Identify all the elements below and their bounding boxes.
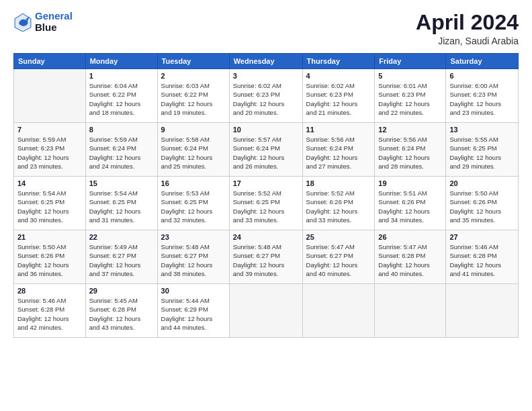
day-cell: 29Sunrise: 5:45 AM Sunset: 6:28 PM Dayli…	[85, 284, 157, 338]
day-cell: 25Sunrise: 5:47 AM Sunset: 6:27 PM Dayli…	[302, 230, 375, 284]
day-cell: 22Sunrise: 5:49 AM Sunset: 6:27 PM Dayli…	[85, 230, 157, 284]
day-cell: 11Sunrise: 5:56 AM Sunset: 6:24 PM Dayli…	[302, 123, 375, 177]
day-info: Sunrise: 5:50 AM Sunset: 6:26 PM Dayligh…	[17, 242, 82, 278]
day-cell: 13Sunrise: 5:55 AM Sunset: 6:25 PM Dayli…	[446, 123, 519, 177]
day-cell: 24Sunrise: 5:48 AM Sunset: 6:27 PM Dayli…	[229, 230, 302, 284]
day-number: 18	[306, 179, 371, 187]
day-info: Sunrise: 6:01 AM Sunset: 6:23 PM Dayligh…	[378, 81, 442, 117]
col-wednesday: Wednesday	[229, 54, 302, 69]
day-info: Sunrise: 5:47 AM Sunset: 6:28 PM Dayligh…	[378, 242, 442, 278]
day-number: 17	[233, 179, 299, 187]
day-cell: 28Sunrise: 5:46 AM Sunset: 6:28 PM Dayli…	[14, 284, 86, 338]
day-number: 13	[449, 126, 515, 134]
day-cell: 19Sunrise: 5:51 AM Sunset: 6:26 PM Dayli…	[375, 177, 446, 230]
day-info: Sunrise: 5:47 AM Sunset: 6:27 PM Dayligh…	[306, 242, 371, 278]
day-cell: 8Sunrise: 5:59 AM Sunset: 6:24 PM Daylig…	[85, 123, 157, 177]
day-cell: 7Sunrise: 5:59 AM Sunset: 6:23 PM Daylig…	[14, 123, 86, 177]
day-cell	[302, 284, 375, 338]
day-cell	[229, 284, 302, 338]
calendar-body: 1Sunrise: 6:04 AM Sunset: 6:22 PM Daylig…	[14, 69, 519, 338]
day-number: 25	[306, 233, 371, 241]
day-info: Sunrise: 6:00 AM Sunset: 6:23 PM Dayligh…	[449, 81, 515, 117]
day-cell: 3Sunrise: 6:02 AM Sunset: 6:23 PM Daylig…	[229, 69, 302, 123]
logo-line1: General	[35, 10, 73, 21]
logo-text: General Blue	[35, 11, 73, 33]
day-number: 20	[449, 179, 515, 187]
day-cell: 14Sunrise: 5:54 AM Sunset: 6:25 PM Dayli…	[14, 177, 86, 230]
day-info: Sunrise: 5:52 AM Sunset: 6:26 PM Dayligh…	[306, 189, 371, 224]
day-number: 6	[449, 72, 515, 80]
day-info: Sunrise: 5:53 AM Sunset: 6:25 PM Dayligh…	[161, 189, 226, 224]
day-number: 21	[17, 233, 82, 241]
day-number: 11	[306, 126, 371, 134]
day-cell: 20Sunrise: 5:50 AM Sunset: 6:26 PM Dayli…	[446, 177, 519, 230]
title-block: April 2024 Jizan, Saudi Arabia	[416, 11, 519, 46]
day-cell: 9Sunrise: 5:58 AM Sunset: 6:24 PM Daylig…	[157, 123, 229, 177]
day-info: Sunrise: 5:58 AM Sunset: 6:24 PM Dayligh…	[161, 135, 226, 171]
day-number: 3	[233, 72, 299, 80]
day-info: Sunrise: 5:56 AM Sunset: 6:24 PM Dayligh…	[306, 135, 371, 171]
day-number: 16	[161, 179, 226, 187]
day-cell: 5Sunrise: 6:01 AM Sunset: 6:23 PM Daylig…	[375, 69, 446, 123]
col-sunday: Sunday	[14, 54, 86, 69]
day-info: Sunrise: 5:56 AM Sunset: 6:24 PM Dayligh…	[378, 135, 442, 171]
day-cell	[14, 69, 86, 123]
day-cell: 4Sunrise: 6:02 AM Sunset: 6:23 PM Daylig…	[302, 69, 375, 123]
page: General Blue April 2024 Jizan, Saudi Ara…	[0, 0, 532, 411]
day-info: Sunrise: 5:45 AM Sunset: 6:28 PM Dayligh…	[89, 296, 154, 332]
logo-line2: Blue	[35, 22, 73, 34]
day-number: 1	[89, 72, 154, 80]
day-info: Sunrise: 5:55 AM Sunset: 6:25 PM Dayligh…	[449, 135, 515, 171]
day-cell: 23Sunrise: 5:48 AM Sunset: 6:27 PM Dayli…	[157, 230, 229, 284]
col-monday: Monday	[85, 54, 157, 69]
day-info: Sunrise: 5:54 AM Sunset: 6:25 PM Dayligh…	[89, 189, 154, 224]
day-info: Sunrise: 5:51 AM Sunset: 6:26 PM Dayligh…	[378, 189, 442, 224]
day-cell: 15Sunrise: 5:54 AM Sunset: 6:25 PM Dayli…	[85, 177, 157, 230]
day-info: Sunrise: 5:48 AM Sunset: 6:27 PM Dayligh…	[233, 242, 299, 278]
col-friday: Friday	[375, 54, 446, 69]
day-number: 4	[306, 72, 371, 80]
day-number: 29	[89, 287, 154, 295]
day-info: Sunrise: 5:52 AM Sunset: 6:25 PM Dayligh…	[233, 189, 299, 224]
week-row-2: 7Sunrise: 5:59 AM Sunset: 6:23 PM Daylig…	[14, 123, 519, 177]
day-info: Sunrise: 5:59 AM Sunset: 6:24 PM Dayligh…	[89, 135, 154, 171]
day-cell: 2Sunrise: 6:03 AM Sunset: 6:22 PM Daylig…	[157, 69, 229, 123]
day-cell: 18Sunrise: 5:52 AM Sunset: 6:26 PM Dayli…	[302, 177, 375, 230]
day-cell: 27Sunrise: 5:46 AM Sunset: 6:28 PM Dayli…	[446, 230, 519, 284]
day-cell: 21Sunrise: 5:50 AM Sunset: 6:26 PM Dayli…	[14, 230, 86, 284]
day-cell	[375, 284, 446, 338]
day-info: Sunrise: 5:59 AM Sunset: 6:23 PM Dayligh…	[17, 135, 82, 171]
week-row-1: 1Sunrise: 6:04 AM Sunset: 6:22 PM Daylig…	[14, 69, 519, 123]
calendar-table: Sunday Monday Tuesday Wednesday Thursday…	[13, 53, 519, 338]
day-info: Sunrise: 5:48 AM Sunset: 6:27 PM Dayligh…	[161, 242, 226, 278]
day-number: 26	[378, 233, 442, 241]
day-cell: 16Sunrise: 5:53 AM Sunset: 6:25 PM Dayli…	[157, 177, 229, 230]
day-info: Sunrise: 5:50 AM Sunset: 6:26 PM Dayligh…	[449, 189, 515, 224]
day-cell: 12Sunrise: 5:56 AM Sunset: 6:24 PM Dayli…	[375, 123, 446, 177]
day-number: 22	[89, 233, 154, 241]
day-info: Sunrise: 5:46 AM Sunset: 6:28 PM Dayligh…	[449, 242, 515, 278]
day-number: 7	[17, 126, 82, 134]
day-cell: 6Sunrise: 6:00 AM Sunset: 6:23 PM Daylig…	[446, 69, 519, 123]
day-info: Sunrise: 6:03 AM Sunset: 6:22 PM Dayligh…	[161, 81, 226, 117]
day-cell: 17Sunrise: 5:52 AM Sunset: 6:25 PM Dayli…	[229, 177, 302, 230]
day-number: 23	[161, 233, 226, 241]
day-number: 30	[161, 287, 226, 295]
day-number: 28	[17, 287, 82, 295]
day-info: Sunrise: 5:57 AM Sunset: 6:24 PM Dayligh…	[233, 135, 299, 171]
col-saturday: Saturday	[446, 54, 519, 69]
day-cell	[446, 284, 519, 338]
day-number: 9	[161, 126, 226, 134]
month-title: April 2024	[416, 11, 519, 34]
header-row: Sunday Monday Tuesday Wednesday Thursday…	[14, 54, 519, 69]
day-info: Sunrise: 6:02 AM Sunset: 6:23 PM Dayligh…	[306, 81, 371, 117]
day-cell: 30Sunrise: 5:44 AM Sunset: 6:29 PM Dayli…	[157, 284, 229, 338]
day-info: Sunrise: 5:54 AM Sunset: 6:25 PM Dayligh…	[17, 189, 82, 224]
day-number: 12	[378, 126, 442, 134]
logo-icon	[13, 13, 32, 32]
day-info: Sunrise: 6:04 AM Sunset: 6:22 PM Dayligh…	[89, 81, 154, 117]
day-number: 24	[233, 233, 299, 241]
day-number: 8	[89, 126, 154, 134]
week-row-4: 21Sunrise: 5:50 AM Sunset: 6:26 PM Dayli…	[14, 230, 519, 284]
day-cell: 26Sunrise: 5:47 AM Sunset: 6:28 PM Dayli…	[375, 230, 446, 284]
